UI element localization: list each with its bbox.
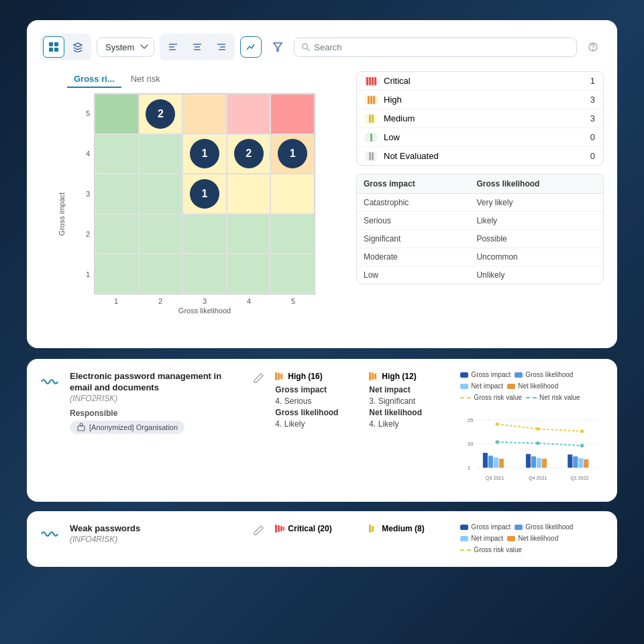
svg-rect-36 xyxy=(542,459,547,468)
grid-view-button[interactable] xyxy=(43,36,64,58)
legend-label: Medium xyxy=(384,113,415,123)
layer-view-button[interactable] xyxy=(67,36,89,58)
matrix-cell xyxy=(139,174,183,214)
wave-icon xyxy=(40,372,59,391)
impact-table-row: CatastrophicVery likely xyxy=(357,194,603,212)
likelihood-value: Very likely xyxy=(470,194,603,212)
legend-gross-risk-2: Gross risk value xyxy=(460,546,522,553)
impact-table-row: SeriousLikely xyxy=(357,212,603,230)
net-badge-1: High (12) xyxy=(369,372,416,381)
edit-icon-1[interactable] xyxy=(252,372,264,384)
matrix-cell xyxy=(95,214,139,254)
legend-count: 0 xyxy=(590,151,595,161)
org-badge-1: [Anonymized] Organisation xyxy=(70,421,184,434)
impact-col-header: Gross impact xyxy=(357,174,470,194)
risk-title-2: Weak passwords xyxy=(70,523,241,535)
risk-id-2: (INFO4RISK) xyxy=(70,535,241,544)
risk-info-2: Weak passwords (INFO4RISK) xyxy=(70,523,241,544)
align-center-button[interactable] xyxy=(186,36,208,58)
svg-point-17 xyxy=(593,50,594,50)
matrix-cell xyxy=(95,134,139,174)
chart-button[interactable] xyxy=(240,36,262,58)
matrix-cell xyxy=(227,94,271,134)
x-tick: 4 xyxy=(227,297,271,305)
x-ticks: 1 2 3 4 5 xyxy=(94,294,315,305)
impact-value: Significant xyxy=(357,230,470,248)
svg-rect-33 xyxy=(526,454,531,468)
impact-value: Serious xyxy=(357,212,470,230)
tab-gross[interactable]: Gross ri... xyxy=(67,71,121,88)
legend-gross-risk: Gross risk value xyxy=(460,394,522,401)
matrix-cell xyxy=(227,214,271,254)
risk-metrics-1: High (16) Gross impact 4. Serious Gross … xyxy=(275,371,449,431)
impact-table-row: ModerateUncommon xyxy=(357,248,603,266)
risk-matrix-grid: 21211 xyxy=(94,93,315,294)
align-group xyxy=(160,34,235,60)
svg-rect-35 xyxy=(537,458,541,468)
risk-responsible-label: Responsible xyxy=(70,409,241,418)
matrix-cell: 2 xyxy=(227,134,271,174)
legend-panel: Critical1High3Medium3Low0Not Evaluated0 … xyxy=(356,71,604,335)
risk-metrics-2: Critical (20) Medium (8) xyxy=(275,523,449,537)
org-name-1: [Anonymized] Organisation xyxy=(89,423,178,431)
gross-badge-1: High (16) xyxy=(275,372,322,381)
risk-card-1: Electronic password management in email … xyxy=(27,359,617,502)
impact-value: Low xyxy=(357,266,470,284)
net-likelihood-value-1: 4. Likely xyxy=(369,419,449,429)
matrix-cell xyxy=(182,214,227,254)
matrix-cell xyxy=(270,94,315,134)
align-left-button[interactable] xyxy=(162,36,184,58)
legend-net-impact-2: Net impact xyxy=(460,535,503,542)
svg-rect-39 xyxy=(579,458,584,468)
impact-table: Gross impact Gross likelihood Catastroph… xyxy=(356,174,604,284)
matrix-cell xyxy=(182,254,227,294)
legend-net-likelihood: Net likelihood xyxy=(507,382,558,390)
legend-label: Not Evaluated xyxy=(384,151,439,161)
filter-button[interactable] xyxy=(267,36,288,58)
svg-rect-3 xyxy=(54,48,58,52)
legend-item: Not Evaluated0 xyxy=(357,147,603,165)
tab-net[interactable]: Net risk xyxy=(124,71,167,88)
likelihood-col-header: Gross likelihood xyxy=(470,174,603,194)
gross-impact-value-1: 4. Serious xyxy=(275,396,356,406)
risk-bubble[interactable]: 2 xyxy=(146,99,175,129)
svg-line-15 xyxy=(307,48,309,50)
y-tick: 3 xyxy=(80,190,90,198)
matrix-cell xyxy=(270,254,315,294)
y-ticks: 1 2 3 4 5 xyxy=(80,93,90,294)
risk-bubble[interactable]: 1 xyxy=(190,179,219,209)
svg-text:10: 10 xyxy=(468,441,474,447)
matrix-cell: 1 xyxy=(182,174,227,214)
legend-net-impact: Net impact xyxy=(460,382,503,390)
impact-table-row: LowUnlikely xyxy=(357,266,603,284)
matrix-cell xyxy=(270,174,315,214)
legend-label: Critical xyxy=(384,76,411,86)
help-button[interactable] xyxy=(582,36,604,58)
x-axis-label: Gross likelihood xyxy=(94,307,315,315)
legend-label: Low xyxy=(384,132,400,142)
likelihood-value: Unlikely xyxy=(470,266,603,284)
svg-point-19 xyxy=(80,423,83,426)
edit-icon-2[interactable] xyxy=(252,525,264,537)
matrix-cell: 1 xyxy=(182,134,227,174)
svg-rect-2 xyxy=(49,48,53,52)
risk-bubble[interactable]: 2 xyxy=(234,139,264,168)
legend-count: 1 xyxy=(590,76,595,86)
legend-gross-likelihood: Gross likelihood xyxy=(515,371,573,378)
net-impact-label-1: Net impact xyxy=(369,385,449,394)
align-right-button[interactable] xyxy=(211,36,232,58)
x-tick: 2 xyxy=(138,297,182,305)
chart-area: Gross ri... Net risk Gross impact 1 2 3 … xyxy=(40,71,604,335)
risk-bubble[interactable]: 1 xyxy=(190,139,219,168)
risk-bubble[interactable]: 1 xyxy=(278,139,307,168)
svg-rect-38 xyxy=(574,456,578,468)
search-input[interactable] xyxy=(314,42,570,52)
gross-likelihood-value-1: 4. Likely xyxy=(275,419,356,429)
system-select[interactable]: System xyxy=(97,38,154,57)
legend-count: 3 xyxy=(590,113,595,123)
matrix-cell xyxy=(139,214,183,254)
svg-rect-40 xyxy=(584,460,589,468)
svg-rect-32 xyxy=(499,459,504,468)
gross-metric-2: Critical (20) xyxy=(275,523,356,537)
matrix-container: Gross ri... Net risk Gross impact 1 2 3 … xyxy=(40,71,343,335)
